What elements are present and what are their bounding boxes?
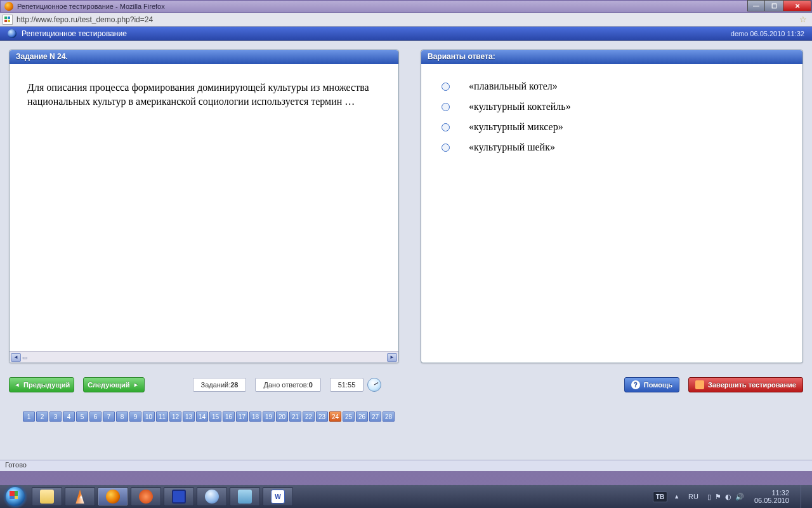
- tray-volume-icon[interactable]: 🔊: [735, 493, 744, 501]
- help-icon: ?: [631, 380, 640, 389]
- task-number-27[interactable]: 27: [369, 411, 381, 422]
- task-number-25[interactable]: 25: [343, 411, 355, 422]
- task-number-21[interactable]: 21: [289, 411, 301, 422]
- task-number-26[interactable]: 26: [356, 411, 368, 422]
- answer-option-2[interactable]: «культурный коктейль»: [439, 101, 786, 112]
- window-titlebar: Репетиционное тестирование - Mozilla Fir…: [0, 0, 812, 13]
- task-number-2[interactable]: 2: [36, 411, 48, 422]
- task-number-9[interactable]: 9: [129, 411, 141, 422]
- question-panel-title: Задание N 24.: [10, 50, 398, 64]
- taskbar-itunes[interactable]: [197, 487, 227, 506]
- scroll-pager-indicator: ▭: [22, 354, 28, 361]
- browser-status-bar: Готово: [0, 460, 812, 471]
- taskbar-wmplayer[interactable]: [131, 487, 161, 506]
- prev-button[interactable]: ◄ Предыдущий: [9, 377, 74, 392]
- site-icon[interactable]: [3, 15, 13, 25]
- task-number-18[interactable]: 18: [249, 411, 261, 422]
- itunes-icon: [205, 490, 219, 504]
- status-text: Готово: [5, 461, 27, 469]
- answer-option-3[interactable]: «культурный миксер»: [439, 121, 786, 133]
- window-maximize-button[interactable]: ☐: [764, 0, 783, 11]
- session-info: demo 06.05.2010 11:32: [731, 30, 804, 37]
- task-number-15[interactable]: 15: [209, 411, 221, 422]
- finish-button[interactable]: Завершить тестирование: [688, 377, 803, 392]
- windows-taskbar: W ТВ ▲ RU ▯ ⚑ ◐ 🔊 11:32 06.05.2010: [0, 485, 812, 508]
- task-number-13[interactable]: 13: [183, 411, 195, 422]
- task-number-5[interactable]: 5: [76, 411, 88, 422]
- task-number-7[interactable]: 7: [103, 411, 115, 422]
- task-number-1[interactable]: 1: [23, 411, 35, 422]
- task-number-24[interactable]: 24: [329, 411, 341, 422]
- task-number-6[interactable]: 6: [89, 411, 102, 422]
- task-number-8[interactable]: 8: [116, 411, 128, 422]
- task-number-22[interactable]: 22: [303, 411, 315, 422]
- task-number-11[interactable]: 11: [156, 411, 168, 422]
- tasks-total: 28: [230, 381, 238, 389]
- answer-label: «культурный шейк»: [469, 142, 555, 153]
- tray-flag-icon[interactable]: ⚑: [715, 493, 721, 501]
- radio-icon[interactable]: [442, 123, 450, 131]
- taskbar-pictures[interactable]: [230, 487, 260, 506]
- answer-label: «культурный миксер»: [469, 121, 563, 133]
- taskbar-word[interactable]: W: [263, 487, 293, 506]
- arrow-right-icon: ►: [133, 381, 140, 389]
- next-button-label: Следующий: [88, 381, 129, 389]
- scroll-left-button[interactable]: ◄: [11, 353, 21, 362]
- tray-time: 11:32: [754, 489, 789, 497]
- answer-label: «культурный коктейль»: [469, 101, 571, 112]
- svg-rect-1: [8, 17, 10, 19]
- tray-date: 06.05.2010: [754, 497, 789, 504]
- tasks-label: Заданий:: [201, 381, 231, 389]
- task-number-3[interactable]: 3: [49, 411, 62, 422]
- radio-icon[interactable]: [442, 144, 450, 152]
- tray-chevron-icon[interactable]: ▲: [674, 493, 679, 500]
- url-text[interactable]: http://www.fepo.ru/test_demo.php?id=24: [16, 15, 799, 24]
- task-number-10[interactable]: 10: [143, 411, 155, 422]
- radio-icon[interactable]: [442, 83, 450, 91]
- start-button[interactable]: [0, 485, 30, 508]
- answered-counter: Дано ответов: 0: [255, 378, 320, 392]
- question-scrollbar: ◄ ▭ ►: [10, 351, 398, 363]
- folder-icon: [40, 490, 54, 504]
- answers-panel-title: Варианты ответа:: [421, 50, 802, 64]
- window-close-button[interactable]: ✕: [783, 0, 811, 11]
- firefox-icon: [106, 490, 120, 504]
- radio-icon[interactable]: [442, 103, 450, 111]
- task-number-19[interactable]: 19: [263, 411, 275, 422]
- task-number-strip: 1234567891011121314151617181920212223242…: [18, 411, 803, 422]
- scroll-right-button[interactable]: ►: [387, 353, 397, 362]
- tray-clock[interactable]: 11:32 06.05.2010: [754, 489, 789, 504]
- taskbar-vlc[interactable]: [65, 487, 95, 506]
- tray-network-icon[interactable]: ▯: [707, 493, 711, 501]
- answer-option-4[interactable]: «культурный шейк»: [439, 142, 786, 153]
- address-bar: http://www.fepo.ru/test_demo.php?id=24 ☆: [0, 13, 812, 27]
- task-number-17[interactable]: 17: [236, 411, 248, 422]
- bookmark-star-icon[interactable]: ☆: [799, 15, 809, 25]
- answers-panel: Варианты ответа: «плавильный котел»«куль…: [421, 50, 803, 363]
- app-header: Репетиционное тестирование demo 06.05.20…: [0, 27, 812, 41]
- svg-rect-0: [4, 17, 7, 19]
- task-number-4[interactable]: 4: [63, 411, 75, 422]
- show-desktop-button[interactable]: [801, 485, 807, 508]
- picture-icon: [238, 490, 252, 504]
- task-number-20[interactable]: 20: [276, 411, 288, 422]
- answer-option-1[interactable]: «плавильный котел»: [439, 81, 786, 92]
- tray-tv-badge[interactable]: ТВ: [653, 491, 667, 502]
- task-number-14[interactable]: 14: [196, 411, 208, 422]
- windows-orb-icon: [6, 487, 25, 506]
- window-minimize-button[interactable]: —: [747, 0, 765, 11]
- answered-count: 0: [309, 381, 313, 389]
- task-number-12[interactable]: 12: [169, 411, 181, 422]
- help-button[interactable]: ? Помощь: [624, 377, 679, 392]
- task-number-23[interactable]: 23: [316, 411, 328, 422]
- tray-language[interactable]: RU: [686, 491, 701, 502]
- taskbar-firefox[interactable]: [98, 487, 128, 506]
- wmplayer-icon: [139, 490, 153, 504]
- task-number-16[interactable]: 16: [223, 411, 235, 422]
- task-number-28[interactable]: 28: [383, 411, 395, 422]
- next-button[interactable]: Следующий ►: [83, 377, 144, 392]
- tray-updates-icon[interactable]: ◐: [725, 493, 731, 501]
- taskbar-explorer[interactable]: [32, 487, 62, 506]
- answered-label: Дано ответов:: [263, 381, 308, 389]
- taskbar-floppy[interactable]: [164, 487, 194, 506]
